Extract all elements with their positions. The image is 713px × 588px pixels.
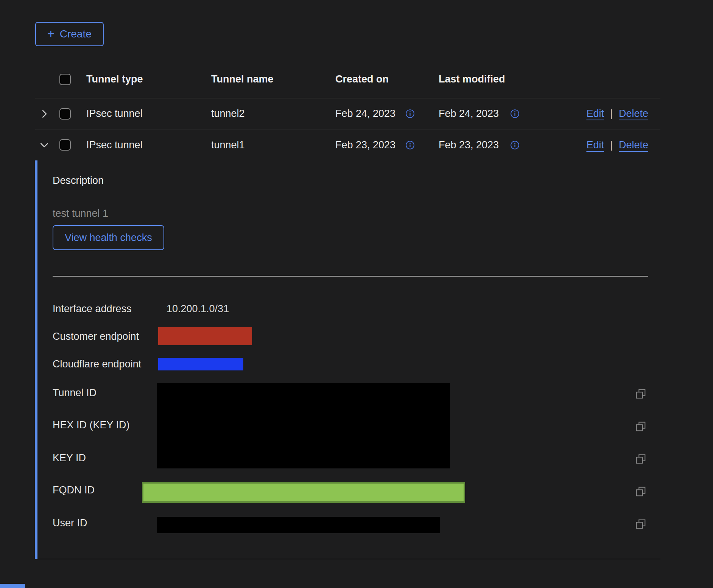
- customer-endpoint-label: Customer endpoint: [53, 330, 139, 342]
- tunnel-type-value: IPsec tunnel: [74, 139, 199, 151]
- created-on-value: Feb 23, 2023: [335, 139, 395, 151]
- table-row: IPsec tunnel tunnel1 Feb 23, 2023 Feb 23…: [35, 129, 660, 160]
- info-icon[interactable]: [510, 109, 520, 118]
- plus-icon: +: [47, 28, 54, 40]
- action-separator: |: [610, 108, 613, 120]
- interface-address-value: 10.200.1.0/31: [167, 303, 229, 315]
- header-last-modified: Last modified: [427, 73, 540, 85]
- action-separator: |: [610, 139, 613, 151]
- edit-link[interactable]: Edit: [586, 139, 604, 151]
- created-on-value: Feb 24, 2023: [335, 108, 395, 120]
- partial-scrolled-element: [0, 584, 25, 588]
- tunnel-id-label: Tunnel ID: [53, 387, 97, 399]
- tunnel-name-value: tunnel1: [199, 139, 324, 151]
- view-health-checks-button[interactable]: View health checks: [53, 225, 164, 250]
- delete-link[interactable]: Delete: [619, 108, 648, 120]
- info-icon[interactable]: [510, 140, 520, 150]
- create-button[interactable]: + Create: [35, 22, 104, 46]
- ipsec-tunnels-page: + Create Tunnel type Tunnel name Created…: [0, 0, 713, 559]
- table-row: IPsec tunnel tunnel2 Feb 24, 2023 Feb 24…: [35, 98, 660, 129]
- tunnel-details-panel: Description test tunnel 1 View health ch…: [35, 160, 660, 559]
- fqdn-id-label: FQDN ID: [53, 484, 95, 496]
- interface-address-label: Interface address: [53, 303, 132, 315]
- last-modified-value: Feb 24, 2023: [439, 108, 499, 120]
- copy-key-id-button[interactable]: [635, 453, 647, 465]
- cloudflare-endpoint-label: Cloudflare endpoint: [53, 358, 141, 370]
- user-id-redaction: [157, 517, 440, 533]
- user-id-label: User ID: [53, 517, 87, 529]
- chevron-down-icon[interactable]: [39, 139, 50, 151]
- last-modified-value: Feb 23, 2023: [439, 139, 499, 151]
- ids-redaction-block: [157, 383, 450, 468]
- header-tunnel-type: Tunnel type: [74, 73, 199, 85]
- tunnels-table: Tunnel type Tunnel name Created on Last …: [35, 61, 660, 559]
- copy-tunnel-id-button[interactable]: [635, 388, 647, 400]
- delete-link[interactable]: Delete: [619, 139, 648, 151]
- tunnel-name-value: tunnel2: [199, 108, 324, 120]
- copy-fqdn-id-button[interactable]: [635, 485, 647, 498]
- fqdn-id-redaction: [142, 482, 465, 503]
- select-all-checkbox[interactable]: [59, 74, 71, 85]
- cloudflare-endpoint-redaction: [158, 358, 243, 370]
- copy-hex-id-button[interactable]: [635, 420, 647, 432]
- table-header-row: Tunnel type Tunnel name Created on Last …: [35, 61, 660, 98]
- tunnel-type-value: IPsec tunnel: [74, 108, 199, 120]
- header-tunnel-name: Tunnel name: [199, 73, 324, 85]
- create-button-label: Create: [60, 28, 92, 40]
- row-checkbox[interactable]: [59, 139, 71, 151]
- key-id-label: KEY ID: [53, 452, 86, 464]
- row-checkbox[interactable]: [59, 108, 71, 120]
- customer-endpoint-redaction: [158, 327, 252, 345]
- chevron-right-icon[interactable]: [39, 108, 50, 120]
- description-value: test tunnel 1: [53, 208, 108, 219]
- hex-id-label: HEX ID (KEY ID): [53, 419, 130, 431]
- info-icon[interactable]: [405, 109, 415, 118]
- description-label: Description: [53, 175, 104, 187]
- info-icon[interactable]: [405, 140, 415, 150]
- panel-divider: [53, 276, 648, 277]
- header-created-on: Created on: [324, 73, 427, 85]
- edit-link[interactable]: Edit: [586, 108, 604, 120]
- copy-user-id-button[interactable]: [635, 518, 647, 530]
